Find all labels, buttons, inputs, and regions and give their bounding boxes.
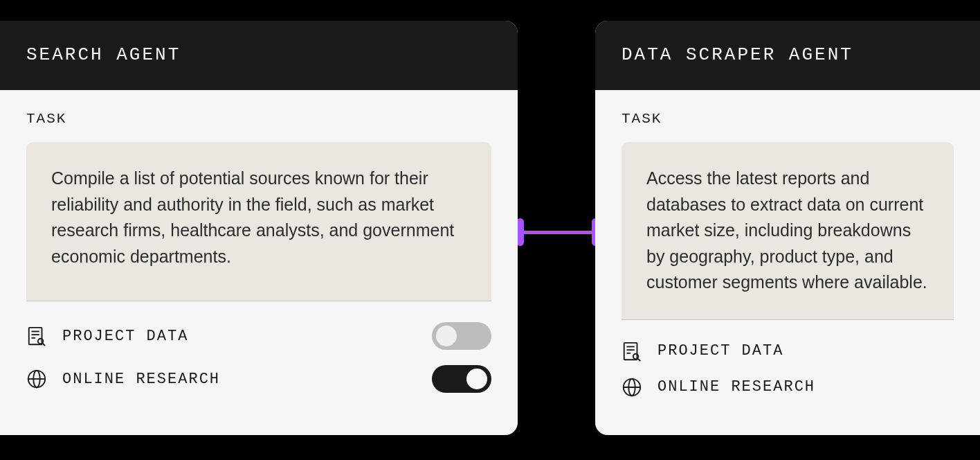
task-description: Compile a list of potential sources know… [26,142,491,301]
option-project-data: PROJECT DATA [26,322,491,350]
agent-card-data-scraper: DATA SCRAPER AGENT TASK Access the lates… [595,21,980,435]
toggle-project-data[interactable] [432,322,491,350]
option-label: PROJECT DATA [62,328,417,345]
task-label: TASK [26,111,491,127]
agent-options: PROJECT DATA ONLINE RESEARCH [621,341,954,398]
task-description: Access the latest reports and databases … [621,142,954,320]
toggle-knob [436,326,457,346]
globe-icon [26,369,47,389]
agent-options: PROJECT DATA ONLINE RESEARCH [26,322,491,393]
svg-line-14 [637,358,640,361]
connector-line [524,231,592,234]
agent-card-search: SEARCH AGENT TASK Compile a list of pote… [0,21,518,435]
svg-rect-9 [624,342,637,359]
agent-card-title: SEARCH AGENT [0,21,518,90]
option-online-research: ONLINE RESEARCH [26,365,491,393]
option-label: PROJECT DATA [657,342,954,360]
agent-card-body: TASK Access the latest reports and datab… [595,90,980,417]
agent-card-title: DATA SCRAPER AGENT [595,21,980,90]
agent-card-body: TASK Compile a list of potential sources… [0,90,518,412]
document-search-icon [621,341,642,362]
svg-rect-0 [29,328,42,344]
document-search-icon [26,326,47,346]
agent-connector [516,215,599,249]
toggle-online-research[interactable] [432,365,491,393]
option-label: ONLINE RESEARCH [62,371,417,388]
option-label: ONLINE RESEARCH [657,378,954,396]
option-online-research: ONLINE RESEARCH [621,377,954,398]
globe-icon [621,377,642,398]
svg-line-5 [42,343,45,346]
toggle-knob [466,369,487,389]
option-project-data: PROJECT DATA [621,341,954,362]
task-label: TASK [621,111,954,127]
